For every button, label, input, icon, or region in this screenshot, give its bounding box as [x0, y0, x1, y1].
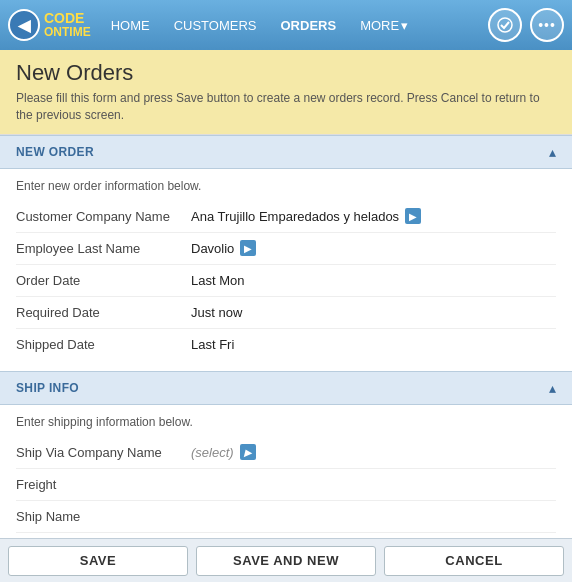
nav-customers[interactable]: CUSTOMERS — [164, 12, 267, 39]
field-ship-name-label: Ship Name — [16, 509, 191, 524]
field-order-date-label: Order Date — [16, 273, 191, 288]
nav-more[interactable]: MORE — [350, 12, 418, 39]
checkmark-icon — [497, 17, 513, 33]
field-customer-company: Customer Company Name Ana Trujillo Empar… — [16, 201, 556, 233]
new-order-section-title: NEW ORDER — [16, 145, 94, 159]
ship-info-section-header[interactable]: SHIP INFO — [0, 371, 572, 405]
brand-ontime: ONTIME — [44, 26, 91, 39]
save-and-new-button[interactable]: SAVE AND NEW — [196, 546, 376, 576]
page-description: Please fill this form and press Save but… — [16, 90, 556, 124]
field-shipped-date-label: Shipped Date — [16, 337, 191, 352]
footer: SAVE SAVE AND NEW CANCEL — [0, 538, 572, 582]
field-required-date: Required Date Just now — [16, 297, 556, 329]
page-title: New Orders — [16, 60, 556, 86]
new-order-section-body: Enter new order information below. Custo… — [0, 169, 572, 371]
svg-point-0 — [498, 18, 512, 32]
field-employee-last-name-value: Davolio ▶ — [191, 240, 556, 256]
save-button[interactable]: SAVE — [8, 546, 188, 576]
field-ship-via: Ship Via Company Name (select) ▶ — [16, 437, 556, 469]
new-order-section-header[interactable]: NEW ORDER — [0, 135, 572, 169]
new-order-section: NEW ORDER Enter new order information be… — [0, 135, 572, 371]
ship-info-collapse-icon — [549, 380, 556, 396]
field-shipped-date-value: Last Fri — [191, 337, 556, 352]
ship-info-section-title: SHIP INFO — [16, 381, 79, 395]
field-order-date: Order Date Last Mon — [16, 265, 556, 297]
more-dropdown-icon — [401, 18, 408, 33]
check-action-button[interactable] — [488, 8, 522, 42]
field-employee-last-name: Employee Last Name Davolio ▶ — [16, 233, 556, 265]
field-customer-company-value: Ana Trujillo Emparedados y helados ▶ — [191, 208, 556, 224]
customer-company-arrow[interactable]: ▶ — [405, 208, 421, 224]
field-customer-company-label: Customer Company Name — [16, 209, 191, 224]
field-required-date-value: Just now — [191, 305, 556, 320]
back-button[interactable]: ◀ — [8, 9, 40, 41]
navbar: ◀ CODE ONTIME HOME CUSTOMERS ORDERS MORE… — [0, 0, 572, 50]
page-header: New Orders Please fill this form and pre… — [0, 50, 572, 135]
new-order-collapse-icon — [549, 144, 556, 160]
brand-name: CODE ONTIME — [44, 11, 91, 40]
nav-orders[interactable]: ORDERS — [271, 12, 347, 39]
ship-via-arrow[interactable]: ▶ — [240, 444, 256, 460]
field-ship-name[interactable]: Ship Name — [16, 501, 556, 533]
logo: ◀ CODE ONTIME — [8, 9, 91, 41]
brand-code: CODE — [44, 10, 84, 26]
more-action-button[interactable]: ••• — [530, 8, 564, 42]
field-order-date-value: Last Mon — [191, 273, 556, 288]
ship-info-section: SHIP INFO Enter shipping information bel… — [0, 371, 572, 538]
field-freight[interactable]: Freight — [16, 469, 556, 501]
cancel-button[interactable]: CANCEL — [384, 546, 564, 576]
field-freight-label: Freight — [16, 477, 191, 492]
ellipsis-icon: ••• — [538, 17, 556, 33]
nav-home[interactable]: HOME — [101, 12, 160, 39]
field-required-date-label: Required Date — [16, 305, 191, 320]
field-ship-via-value: (select) ▶ — [191, 444, 556, 460]
employee-last-name-arrow[interactable]: ▶ — [240, 240, 256, 256]
field-ship-via-label: Ship Via Company Name — [16, 445, 191, 460]
field-employee-last-name-label: Employee Last Name — [16, 241, 191, 256]
field-shipped-date: Shipped Date Last Fri — [16, 329, 556, 361]
ship-info-section-body: Enter shipping information below. Ship V… — [0, 405, 572, 538]
page-content: New Orders Please fill this form and pre… — [0, 50, 572, 538]
ship-info-hint: Enter shipping information below. — [16, 415, 556, 429]
new-order-hint: Enter new order information below. — [16, 179, 556, 193]
